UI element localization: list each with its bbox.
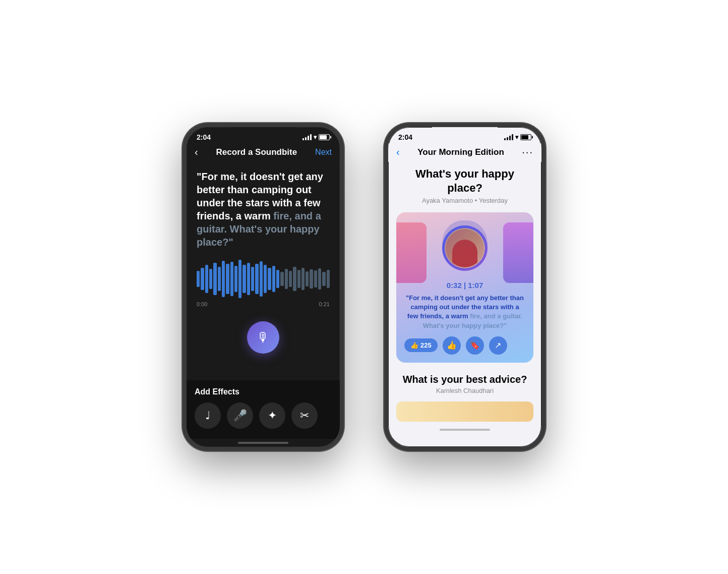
question2-meta: Kamlesh Chaudhari — [398, 387, 531, 394]
mic-icon: 🎙 — [257, 330, 270, 346]
next-button[interactable]: Next — [315, 148, 332, 157]
notch-left — [230, 127, 296, 141]
phone-left: 2:04 ▾ ‹ Record a Soundbite Next "For me… — [183, 123, 344, 451]
time-right: 2:04 — [398, 133, 412, 141]
effects-section: Add Effects ♩ 🎤 ✦ ✂ — [187, 380, 340, 439]
question2-title: What is your best advice? — [398, 374, 531, 385]
question1-title: What's your happy place? — [398, 167, 531, 195]
question1-time: Yesterday — [479, 197, 508, 204]
prompt-text: "For me, it doesn't get any better than … — [187, 162, 340, 255]
music-effect-button[interactable]: ♩ — [195, 403, 221, 429]
card-timestamp: 0:32 | 1:07 — [404, 281, 525, 290]
more-button[interactable]: ··· — [522, 146, 533, 158]
mic-section: 🎙 — [187, 321, 340, 354]
music-icon: ♩ — [205, 409, 210, 422]
question1-section: What's your happy place? Ayaka Yamamoto … — [388, 162, 541, 207]
notch-right — [432, 127, 498, 141]
home-indicator-left — [187, 439, 340, 447]
question1-meta: Ayaka Yamamoto • Yesterday — [398, 197, 531, 204]
back-button-left[interactable]: ‹ — [195, 146, 198, 158]
nav-title-right: Your Morning Edition — [417, 147, 504, 157]
thumbsup-icon: 👍 — [447, 340, 457, 350]
share-icon: ↗ — [495, 340, 501, 350]
waveform[interactable] — [195, 259, 332, 299]
bookmark-icon: 🔖 — [470, 340, 480, 350]
time-start: 0:00 — [197, 301, 207, 307]
card-quote: "For me, it doesn't get any better than … — [404, 294, 525, 330]
voice-effect-button[interactable]: 🎤 — [227, 403, 253, 429]
effects-buttons: ♩ 🎤 ✦ ✂ — [195, 403, 332, 429]
sparkle-icon: ✦ — [268, 409, 277, 422]
battery-icon — [319, 134, 330, 140]
soundbite-card[interactable]: 0:32 | 1:07 "For me, it doesn't get any … — [396, 212, 533, 363]
like-count: 225 — [420, 341, 432, 349]
signal-icon-right — [504, 134, 513, 140]
mic-button[interactable]: 🎙 — [247, 321, 279, 354]
trim-effect-button[interactable]: ✂ — [291, 403, 318, 429]
signal-icon — [302, 134, 312, 140]
home-indicator-right — [388, 426, 541, 434]
scissors-icon: ✂ — [300, 409, 309, 422]
share-button[interactable]: ↗ — [489, 336, 507, 355]
phone-right: 2:04 ▾ ‹ Your Morning Edition ··· What's — [384, 123, 545, 451]
blob-shape — [442, 220, 488, 271]
nav-title-left: Record a Soundbite — [216, 147, 297, 157]
nav-bar-left: ‹ Record a Soundbite Next — [187, 143, 340, 162]
wifi-icon-right: ▾ — [515, 134, 518, 141]
voice-icon: 🎤 — [233, 409, 247, 422]
card-avatar-section — [404, 220, 525, 276]
card-actions: 👍 225 👍 🔖 ↗ — [404, 336, 525, 355]
time-left: 2:04 — [197, 133, 211, 141]
time-end: 0:21 — [319, 301, 330, 307]
status-icons-left: ▾ — [302, 134, 330, 141]
second-card-preview — [396, 401, 533, 422]
wifi-icon: ▾ — [314, 134, 317, 141]
like-count-button[interactable]: 👍 225 — [404, 338, 438, 352]
sparkle-effect-button[interactable]: ✦ — [259, 403, 285, 429]
status-icons-right: ▾ — [504, 134, 531, 141]
like-icon-filled: 👍 — [410, 341, 418, 349]
question1-author: Ayaka Yamamoto — [422, 197, 473, 204]
waveform-container: 0:00 0:21 — [195, 259, 332, 307]
back-button-right[interactable]: ‹ — [396, 146, 400, 158]
battery-icon-right — [520, 134, 531, 140]
thumbsup-button[interactable]: 👍 — [443, 336, 461, 355]
nav-bar-right: ‹ Your Morning Edition ··· — [388, 143, 541, 162]
waveform-times: 0:00 0:21 — [195, 299, 332, 307]
question2-section: What is your best advice? Kamlesh Chaudh… — [388, 368, 541, 397]
bookmark-button[interactable]: 🔖 — [466, 336, 484, 355]
effects-title: Add Effects — [195, 387, 332, 396]
